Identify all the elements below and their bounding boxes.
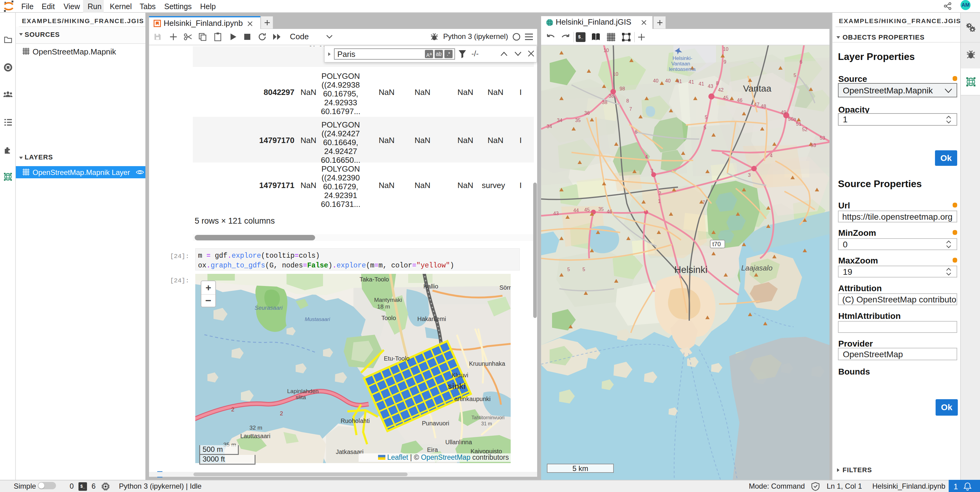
svg-text:Tahtitorninvuori: Tahtitorninvuori [471,415,504,420]
svg-text:35: 35 [598,207,604,212]
svg-text:31 m: 31 m [481,421,492,426]
svg-text:52: 52 [802,127,808,132]
svg-text:4: 4 [645,154,648,159]
svg-text:41: 41 [676,79,682,84]
svg-text:38: 38 [602,100,608,105]
svg-text:34: 34 [547,124,552,129]
svg-text:Ruoholahti: Ruoholahti [340,417,370,424]
svg-text:53: 53 [811,143,816,148]
svg-text:40: 40 [665,78,671,83]
svg-text:2: 2 [231,406,234,412]
svg-text:46: 46 [607,209,612,214]
svg-text:Helsinki-: Helsinki- [673,56,692,61]
svg-text:t70: t70 [712,241,721,247]
svg-text:Kallio: Kallio [423,283,438,290]
svg-text:8: 8 [626,98,629,103]
svg-text:4: 4 [770,153,773,158]
svg-text:51: 51 [796,121,802,127]
svg-text:10: 10 [603,48,609,53]
svg-text:43: 43 [553,211,559,216]
svg-text:Hakaniemi: Hakaniemi [417,315,446,322]
svg-text:Vantaan: Vantaan [671,61,690,67]
svg-text:artinkaupunki: artinkaupunki [454,396,491,402]
svg-text:45: 45 [723,95,729,100]
svg-text:5: 5 [705,115,708,120]
svg-text:10: 10 [723,46,729,52]
svg-text:1: 1 [658,199,661,204]
svg-text:Sörr: Sörr [500,284,511,291]
svg-text:42: 42 [718,87,724,92]
svg-text:41: 41 [698,81,704,86]
svg-text:45: 45 [584,207,590,212]
svg-text:slita: slita [296,394,306,400]
svg-text:sinki: sinki [448,382,466,391]
svg-text:Taka-Toolo: Taka-Toolo [360,276,389,283]
svg-text:2: 2 [659,191,661,196]
svg-text:Mustasaari: Mustasaari [305,317,330,322]
svg-text:36: 36 [584,110,590,116]
svg-text:Seurasaari: Seurasaari [255,304,283,311]
svg-text:53: 53 [820,135,825,140]
svg-text:6: 6 [635,129,638,134]
svg-text:38: 38 [609,93,614,99]
svg-text:lentoasema: lentoasema [669,66,695,72]
svg-text:5: 5 [703,125,706,130]
svg-text:Laajasalo: Laajasalo [741,264,773,272]
svg-text:32 m: 32 m [250,424,262,431]
svg-text:9: 9 [724,59,726,65]
svg-text:Kruununhaka: Kruununhaka [469,360,506,367]
svg-text:49: 49 [781,110,786,115]
svg-text:50a: 50a [788,116,796,122]
svg-text:Mantymaki: Mantymaki [374,297,402,303]
svg-text:46: 46 [737,98,743,103]
svg-text:7: 7 [702,200,705,205]
svg-text:Kluuvi: Kluuvi [452,372,468,379]
svg-text:Eira: Eira [427,446,438,453]
svg-text:Punavuori: Punavuori [422,420,449,427]
svg-text:Ullanlinna: Ullanlinna [445,439,473,446]
svg-text:41: 41 [689,80,694,84]
svg-text:40: 40 [653,78,659,83]
svg-text:10: 10 [613,72,618,77]
svg-text:Lapinlahden: Lapinlahden [287,388,319,394]
svg-text:34: 34 [557,118,562,123]
svg-text:Lauttasaari: Lauttasaari [240,433,270,439]
svg-text:18 m: 18 m [377,303,390,310]
svg-text:5: 5 [582,267,585,272]
svg-text:47: 47 [754,102,759,107]
svg-text:7: 7 [629,107,632,111]
svg-text:2: 2 [280,410,283,417]
svg-text:48: 48 [761,104,766,109]
svg-text:43: 43 [708,84,713,89]
svg-text:44: 44 [573,208,579,213]
svg-text:3: 3 [748,172,751,178]
svg-text:5: 5 [567,267,570,272]
svg-text:35: 35 [575,118,581,123]
svg-text:8: 8 [716,81,719,86]
svg-text:Vantaa: Vantaa [743,83,772,93]
svg-text:Helsinki: Helsinki [674,264,708,275]
svg-text:6: 6 [800,59,802,65]
svg-text:5: 5 [794,73,796,78]
svg-text:3: 3 [651,168,653,174]
svg-text:Toolo: Toolo [382,315,396,321]
svg-text:98: 98 [620,86,625,91]
svg-text:Etu-Toolo: Etu-Toolo [384,355,410,362]
